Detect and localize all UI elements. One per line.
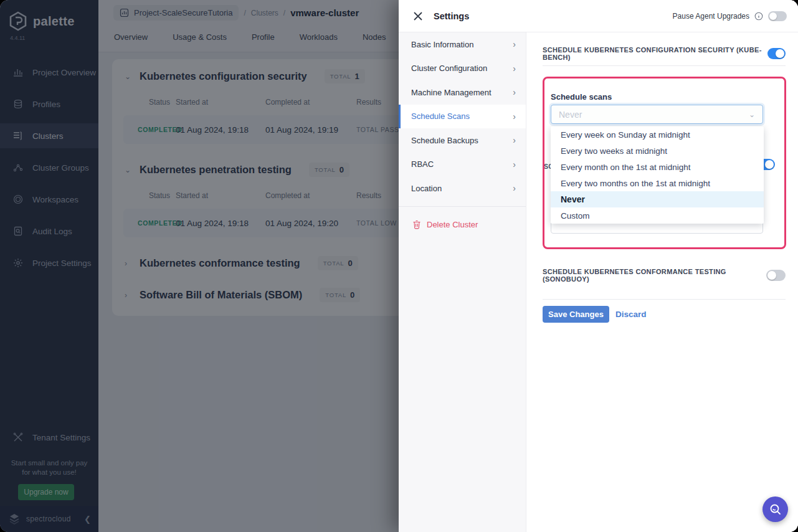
- modal-dim-overlay[interactable]: [0, 0, 399, 532]
- chevron-right-icon: ›: [513, 112, 516, 121]
- chevron-right-icon: ›: [513, 87, 516, 97]
- save-changes-button[interactable]: Save Changes: [543, 306, 609, 323]
- delete-cluster-button[interactable]: Delete Cluster: [399, 212, 526, 237]
- menu-item-location[interactable]: Location›: [399, 176, 526, 201]
- dropdown-option[interactable]: Every week on Sunday at midnight: [551, 126, 764, 143]
- menu-item-schedule-scans[interactable]: Schedule Scans›: [399, 105, 526, 129]
- kube-bench-label: SCHEDULE KUBERNETES CONFIGURATION SECURI…: [543, 46, 767, 61]
- divider: [543, 65, 786, 66]
- dropdown-option[interactable]: Custom: [551, 207, 764, 224]
- schedule-scans-select[interactable]: Never ⌄: [551, 105, 763, 124]
- pause-agent-upgrades-toggle[interactable]: [768, 11, 787, 21]
- chevron-right-icon: ›: [513, 64, 516, 74]
- menu-divider: [399, 206, 526, 207]
- chevron-right-icon: ›: [513, 135, 516, 145]
- menu-item-basic-information[interactable]: Basic Information›: [399, 32, 526, 57]
- settings-header: Settings Pause Agent Upgrades: [399, 0, 798, 32]
- settings-body: SCHEDULE KUBERNETES CONFIGURATION SECURI…: [526, 32, 798, 532]
- settings-title: Settings: [434, 11, 469, 21]
- menu-item-rbac[interactable]: RBAC›: [399, 153, 526, 177]
- chevron-right-icon: ›: [513, 159, 516, 169]
- kube-bench-toggle[interactable]: [767, 48, 786, 59]
- dropdown-option-selected[interactable]: Never: [551, 191, 764, 207]
- menu-item-machine-management[interactable]: Machine Management›: [399, 80, 526, 105]
- app-window: palette 4.4.11 Project Overview Profiles…: [0, 0, 798, 532]
- discard-link[interactable]: Discard: [615, 310, 647, 319]
- dropdown-option[interactable]: Every month on the 1st at midnight: [551, 159, 764, 175]
- settings-panel: Settings Pause Agent Upgrades Basic Info…: [399, 0, 798, 532]
- magnifier-smile-icon: [769, 503, 782, 516]
- schedule-scans-dropdown: Every week on Sunday at midnight Every t…: [551, 126, 764, 224]
- select-value: Never: [559, 110, 749, 120]
- menu-item-schedule-backups[interactable]: Schedule Backups›: [399, 128, 526, 153]
- pause-agent-upgrades-label: Pause Agent Upgrades: [673, 12, 749, 21]
- schedule-scans-label: Schedule scans: [551, 92, 612, 102]
- settings-menu: Basic Information› Cluster Configuration…: [399, 32, 526, 532]
- dropdown-option[interactable]: Every two weeks at midnight: [551, 143, 764, 159]
- dropdown-option[interactable]: Every two months on the 1st at midnight: [551, 175, 764, 191]
- menu-item-cluster-configuration[interactable]: Cluster Configuration›: [399, 57, 526, 81]
- chevron-down-icon: ⌄: [749, 110, 755, 119]
- trash-icon: [412, 220, 421, 229]
- divider: [543, 299, 786, 300]
- close-icon[interactable]: [412, 11, 424, 22]
- sonobuoy-label: SCHEDULE KUBERNETES CONFORMANCE TESTING …: [543, 268, 766, 283]
- sonobuoy-toggle[interactable]: [766, 270, 786, 281]
- info-icon[interactable]: [754, 12, 763, 21]
- chevron-right-icon: ›: [513, 183, 516, 193]
- help-search-fab[interactable]: [762, 496, 788, 522]
- chevron-right-icon: ›: [513, 39, 516, 49]
